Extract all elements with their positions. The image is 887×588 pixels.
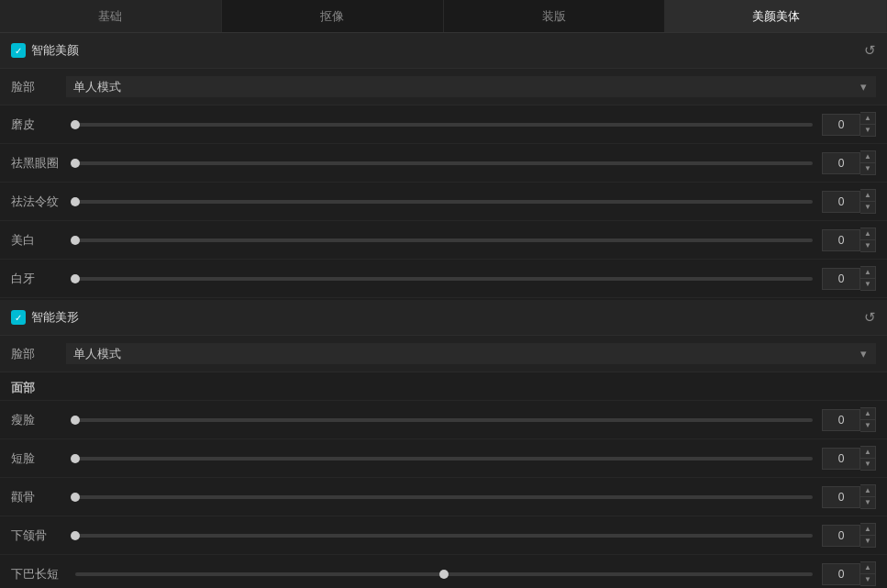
slider-short-face-thumb[interactable] [71,454,80,463]
section1-title: 智能美颜 [31,42,79,59]
slider-whiten-value-wrap: 0 ▲ ▼ [822,227,876,252]
section1-face-mode-select[interactable]: 单人模式 多人模式 [66,76,876,97]
section1-face-label: 脸部 [11,79,66,95]
slider-slim-face-thumb[interactable] [71,416,80,425]
section2-face-mode-select[interactable]: 单人模式 多人模式 [66,343,876,364]
tab-layout[interactable]: 装版 [444,0,666,32]
slider-row-teeth: 白牙 0 ▲ ▼ [0,260,887,298]
section2-face-mode-row: 脸部 单人模式 多人模式 [0,336,887,372]
section-beauty-shape: ✓ 智能美形 ↺ 脸部 单人模式 多人模式 面部 瘦脸 [0,300,887,588]
slider-teeth-up[interactable]: ▲ [860,267,875,278]
slider-row-mobi: 磨皮 0 ▲ ▼ [0,105,887,144]
slider-jawbone-down[interactable]: ▼ [860,536,875,547]
slider-jawbone-value: 0 [822,525,860,547]
slider-row-jawbone: 下颌骨 0 ▲ ▼ [0,516,887,555]
section2-face-label: 脸部 [11,346,66,362]
slider-dark-circles-spinners: ▲ ▼ [860,150,876,175]
slider-short-face-down[interactable]: ▼ [860,459,875,470]
slider-jawbone-track[interactable] [75,534,813,538]
slider-slim-face-track[interactable] [75,418,813,422]
slider-cheekbone-up[interactable]: ▲ [860,485,875,496]
slider-jawbone-up[interactable]: ▲ [860,524,875,535]
slider-whiten-spinners: ▲ ▼ [860,227,876,252]
slider-whiten-value: 0 [822,229,860,251]
slider-short-face-value: 0 [822,448,860,470]
section1-check-icon[interactable]: ✓ [11,43,26,58]
slider-whiten-track[interactable] [75,239,813,242]
slider-short-face-track[interactable] [75,457,813,460]
slider-cheekbone-value-wrap: 0 ▲ ▼ [822,484,876,509]
slider-mobi-up[interactable]: ▲ [860,113,875,124]
tab-basic[interactable]: 基础 [0,0,222,32]
slider-wrinkles-track[interactable] [75,200,813,204]
slider-mobi-value-wrap: 0 ▲ ▼ [822,112,876,137]
slider-short-face-value-wrap: 0 ▲ ▼ [822,446,876,471]
slider-short-face-up[interactable]: ▲ [860,447,875,458]
slider-teeth-down[interactable]: ▼ [860,279,875,290]
slider-wrinkles-up[interactable]: ▲ [860,190,875,201]
slider-slim-face-up[interactable]: ▲ [860,408,875,419]
section1-reset-button[interactable]: ↺ [864,42,876,59]
section2-header-left: ✓ 智能美形 [11,309,79,326]
slider-wrinkles-spinners: ▲ ▼ [860,189,876,214]
section2-sliders: 瘦脸 0 ▲ ▼ 短脸 [0,401,887,588]
slider-mobi-value: 0 [822,114,860,136]
tab-bar: 基础 抠像 装版 美颜美体 [0,0,887,33]
slider-teeth-value-wrap: 0 ▲ ▼ [822,266,876,291]
slider-cheekbone-thumb[interactable] [71,493,80,502]
slider-jawbone-label: 下颌骨 [11,527,66,544]
slider-cheekbone-track[interactable] [75,495,813,499]
slider-dark-circles-up[interactable]: ▲ [860,151,875,162]
slider-mobi-track[interactable] [75,123,813,127]
slider-wrinkles-value-wrap: 0 ▲ ▼ [822,189,876,214]
slider-row-wrinkles: 祛法令纹 0 ▲ ▼ [0,183,887,221]
slider-whiten-up[interactable]: ▲ [860,228,875,239]
slider-chin-length-down[interactable]: ▼ [860,574,875,585]
slider-chin-length-track[interactable] [75,572,813,576]
slider-short-face-spinners: ▲ ▼ [860,446,876,471]
slider-teeth-label: 白牙 [11,271,66,287]
slider-whiten-thumb[interactable] [71,236,80,245]
slider-jawbone-thumb[interactable] [71,531,80,540]
slider-chin-length-value: 0 [822,563,860,585]
slider-slim-face-down[interactable]: ▼ [860,420,875,431]
slider-whiten-label: 美白 [11,232,66,249]
slider-chin-length-value-wrap: 0 ▲ ▼ [822,561,876,586]
slider-row-slim-face: 瘦脸 0 ▲ ▼ [0,401,887,439]
section-beauty-face: ✓ 智能美颜 ↺ 脸部 单人模式 多人模式 磨皮 [0,33,887,298]
slider-dark-circles-value: 0 [822,152,860,174]
slider-mobi-down[interactable]: ▼ [860,125,875,136]
section1-sliders: 磨皮 0 ▲ ▼ 祛黑眼圈 [0,105,887,298]
slider-wrinkles-down[interactable]: ▼ [860,202,875,213]
tab-portrait[interactable]: 抠像 [222,0,444,32]
sub-section-face: 面部 [0,372,887,401]
slider-mobi-thumb[interactable] [71,120,80,129]
section2-reset-button[interactable]: ↺ [864,309,876,326]
slider-teeth-value: 0 [822,268,860,290]
section1-header-left: ✓ 智能美颜 [11,42,79,59]
slider-dark-circles-value-wrap: 0 ▲ ▼ [822,150,876,175]
slider-cheekbone-down[interactable]: ▼ [860,497,875,508]
slider-row-cheekbone: 颧骨 0 ▲ ▼ [0,478,887,516]
slider-cheekbone-spinners: ▲ ▼ [860,484,876,509]
tab-beauty[interactable]: 美颜美体 [665,0,887,32]
slider-row-dark-circles: 祛黑眼圈 0 ▲ ▼ [0,144,887,183]
slider-teeth-thumb[interactable] [71,274,80,283]
slider-jawbone-spinners: ▲ ▼ [860,523,876,548]
slider-chin-length-up[interactable]: ▲ [860,562,875,573]
slider-dark-circles-thumb[interactable] [71,159,80,168]
slider-wrinkles-thumb[interactable] [71,197,80,206]
slider-dark-circles-label: 祛黑眼圈 [11,155,66,172]
section2-header: ✓ 智能美形 ↺ [0,300,887,336]
slider-row-chin-length: 下巴长短 0 ▲ ▼ [0,555,887,588]
slider-teeth-spinners: ▲ ▼ [860,266,876,291]
main-content: ✓ 智能美颜 ↺ 脸部 单人模式 多人模式 磨皮 [0,33,887,588]
section2-check-icon[interactable]: ✓ [11,310,26,325]
slider-chin-length-thumb[interactable] [439,570,449,579]
section1-face-mode-select-wrapper[interactable]: 单人模式 多人模式 [66,76,876,97]
slider-dark-circles-track[interactable] [75,161,813,165]
slider-teeth-track[interactable] [75,277,813,281]
slider-dark-circles-down[interactable]: ▼ [860,163,875,174]
section2-face-mode-select-wrapper[interactable]: 单人模式 多人模式 [66,343,876,364]
slider-whiten-down[interactable]: ▼ [860,240,875,251]
